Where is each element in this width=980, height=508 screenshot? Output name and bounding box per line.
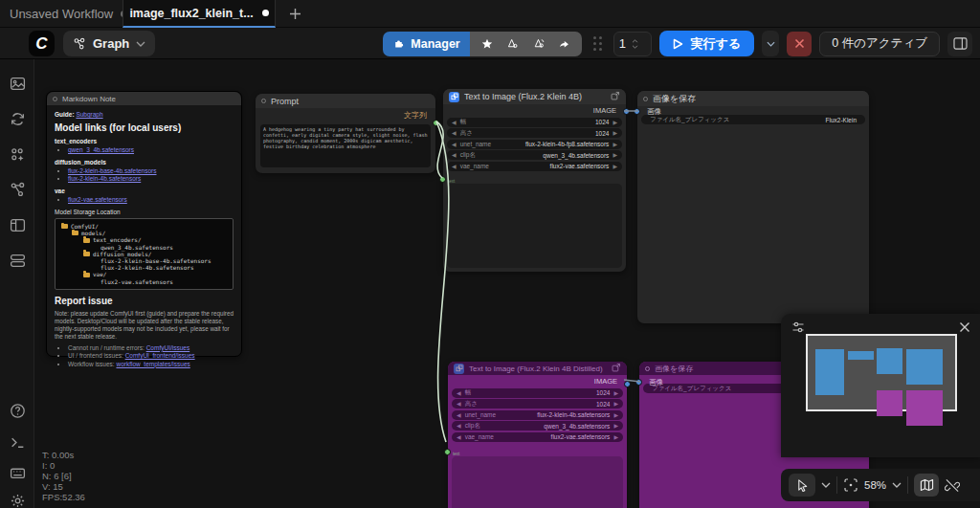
run-options-button[interactable] — [762, 31, 779, 56]
node-header[interactable]: 画像を保存 — [637, 91, 869, 106]
issue-link[interactable]: ComfyUI/issues — [146, 344, 190, 351]
sidebar-item-templates[interactable] — [9, 216, 26, 233]
fit-view-icon[interactable] — [843, 477, 858, 493]
pointer-tool-button[interactable] — [789, 474, 815, 497]
canvas-controls-bar: 58% — [781, 469, 980, 501]
expand-subgraph-button[interactable] — [612, 363, 621, 374]
widget-clip-name[interactable]: ◀clip名qwen_3_4b.safetensors▶ — [447, 150, 622, 160]
batch-count-stepper[interactable]: 1 — [613, 32, 652, 56]
section-label: diffusion_models — [55, 159, 234, 166]
run-button[interactable]: 実行する — [659, 31, 755, 56]
pointer-tool-chevron-icon[interactable] — [821, 482, 831, 488]
sidebar-item-workflows[interactable] — [9, 181, 26, 198]
sidebar-item-sync[interactable] — [9, 110, 26, 127]
star-icon[interactable] — [481, 38, 493, 50]
share-icon[interactable] — [558, 37, 570, 50]
workflow-menu[interactable]: Unsaved Workflow — [10, 0, 127, 28]
node-header[interactable]: Text to Image (Flux.2 Klein 4B) — [443, 89, 626, 104]
play-icon — [673, 38, 683, 50]
cancel-button[interactable] — [787, 32, 812, 56]
node-header[interactable]: Text to Image (Flux.2 Klein 4B Distilled… — [448, 362, 627, 375]
widget-vae-name[interactable]: ◀vae_nameflux2-vae.safetensors▶ — [452, 432, 623, 442]
workflows-icon — [10, 182, 26, 198]
batch-count-value: 1 — [619, 36, 626, 51]
sidebar-item-help[interactable] — [9, 402, 26, 419]
model-link[interactable]: flux-2-klein-base-4b.safetensors — [68, 167, 157, 174]
expand-subgraph-button[interactable] — [611, 91, 620, 102]
toggle-links-icon[interactable] — [945, 478, 960, 493]
comfyui-logo[interactable]: C — [29, 31, 55, 56]
widget-height[interactable]: ◀高さ1024▶ — [447, 128, 622, 138]
stat-fps: FPS:52.36 — [42, 492, 85, 502]
zoom-level-value[interactable]: 58% — [864, 479, 886, 491]
toggle-minimap-button[interactable] — [914, 474, 939, 497]
input-slot-text[interactable] — [439, 176, 446, 183]
sidebar-item-subgraphs[interactable] — [9, 252, 26, 269]
widget-vae-name[interactable]: ◀vae_nameflux2-vae.safetensors▶ — [447, 162, 622, 171]
sidebar-item-gallery[interactable] — [9, 75, 26, 92]
guide-link[interactable]: Subgraph — [76, 111, 102, 118]
widget-unet-name[interactable]: ◀unet_nameflux-2-klein-4b.safetensors▶ — [452, 410, 623, 420]
toggle-right-panel-button[interactable] — [947, 32, 972, 56]
node-title: 画像を保存 — [655, 364, 693, 374]
node-text-to-image-bypassed[interactable]: Text to Image (Flux.2 Klein 4B Distilled… — [448, 362, 627, 508]
sidebar-item-node-library[interactable] — [9, 145, 26, 163]
collapse-dot-icon[interactable] — [53, 97, 57, 101]
drag-handle[interactable] — [593, 36, 602, 51]
missing-models-icon[interactable] — [532, 37, 545, 50]
new-tab-button[interactable] — [283, 2, 306, 25]
issue-link[interactable]: ComfyUI_frontend/issues — [125, 352, 195, 359]
widget-clip-name[interactable]: ◀clip名qwen_3_4b.safetensors▶ — [452, 421, 623, 431]
subgraph-icon — [449, 92, 459, 102]
node-header[interactable]: Markdown Note — [47, 92, 241, 105]
output-slot-image[interactable] — [623, 108, 630, 115]
model-link[interactable]: flux2-vae.safetensors — [68, 196, 127, 203]
node-text-to-image[interactable]: Text to Image (Flux.2 Klein 4B) IMAGE ◀幅… — [443, 89, 626, 272]
widget-height[interactable]: ◀高さ1024▶ — [452, 399, 623, 409]
widget-filename-prefix[interactable]: ファイル名_プレフィックスFlux2-Klein — [641, 115, 865, 124]
chevron-down-icon — [136, 41, 145, 47]
chevron-up-icon — [632, 39, 638, 43]
input-slot-text[interactable] — [444, 449, 451, 455]
collapse-dot-icon[interactable] — [261, 99, 266, 103]
sidebar-item-shortcuts[interactable] — [9, 464, 26, 481]
manager-button[interactable]: Manager — [383, 32, 469, 56]
minimap-panel[interactable] — [781, 314, 980, 457]
graph-selector[interactable]: Graph — [63, 31, 155, 56]
model-link[interactable]: flux-2-klein-4b.safetensors — [68, 175, 141, 182]
output-slot-image[interactable] — [624, 381, 631, 387]
node-prompt[interactable]: Prompt 文字列 A hedgehog wearing a tiny par… — [256, 94, 435, 173]
comfyui-window: Unsaved Workflow image_flux2_klein_t... … — [0, 0, 980, 508]
issue-link[interactable]: workflow_templates/issues — [116, 361, 189, 367]
collapse-dot-icon[interactable] — [645, 366, 650, 371]
zoom-chevron-icon[interactable] — [892, 482, 902, 488]
node-text-panel[interactable] — [447, 184, 622, 268]
sidebar-item-terminal[interactable] — [9, 433, 26, 451]
minimap-close-icon[interactable] — [959, 321, 970, 333]
missing-nodes-icon[interactable] — [506, 37, 519, 50]
plus-icon — [289, 8, 301, 20]
stepper-arrows[interactable] — [632, 39, 638, 49]
widget-unet-name[interactable]: ◀unet_nameflux-2-klein-4b-fp8.safetensor… — [447, 140, 622, 149]
widget-width[interactable]: ◀幅1024▶ — [452, 388, 623, 398]
input-slot-image[interactable] — [634, 108, 640, 115]
node-header[interactable]: Prompt — [256, 94, 435, 108]
minimap-settings-icon[interactable] — [791, 320, 806, 335]
report-heading: Report issue — [55, 296, 234, 306]
input-slot-image[interactable] — [635, 379, 642, 386]
chevron-down-icon — [632, 45, 638, 49]
run-label: 実行する — [691, 35, 742, 53]
manager-button-group: Manager — [383, 32, 581, 56]
sidebar-item-settings[interactable] — [9, 492, 26, 508]
node-save-image[interactable]: 画像を保存 画像 ファイル名_プレフィックスFlux2-Klein — [637, 91, 869, 323]
model-link[interactable]: qwen_3_4b.safetensors — [68, 146, 134, 153]
prompt-textarea[interactable]: A hedgehog wearing a tiny party hat surr… — [260, 124, 431, 167]
widget-width[interactable]: ◀幅1024▶ — [447, 118, 622, 127]
output-slot-string[interactable] — [433, 120, 439, 126]
tab-active-workflow[interactable]: image_flux2_klein_t... — [122, 0, 276, 28]
collapse-dot-icon[interactable] — [643, 97, 648, 101]
input-label-image: 画像 — [649, 378, 663, 387]
active-jobs-badge[interactable]: 0 件のアクティブ — [819, 32, 940, 56]
node-text-panel[interactable] — [452, 456, 623, 508]
node-markdown-note[interactable]: Markdown Note Guide: Subgraph Model link… — [46, 91, 242, 357]
